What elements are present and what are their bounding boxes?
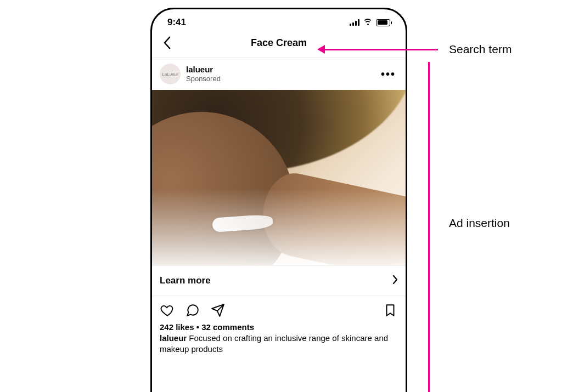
- share-button[interactable]: [210, 303, 226, 318]
- chevron-right-icon: [392, 275, 398, 287]
- likes-comments-count[interactable]: 242 likes • 32 comments: [152, 320, 406, 333]
- annotation-label-ad-insertion: Ad insertion: [449, 217, 510, 230]
- post-header: LaLueur lalueur Sponsored •••: [152, 58, 406, 90]
- caption-text: Focused on crafting an inclusive range o…: [160, 333, 388, 354]
- nav-bar: Face Cream: [152, 31, 406, 58]
- status-bar: 9:41: [152, 9, 406, 31]
- page-title: Face Cream: [152, 37, 406, 49]
- annotation-label-search-term: Search term: [449, 43, 512, 56]
- caption-username[interactable]: lalueur: [160, 333, 187, 343]
- send-icon: [211, 303, 225, 317]
- more-options-button[interactable]: •••: [379, 68, 398, 81]
- back-button[interactable]: [160, 36, 174, 50]
- like-button[interactable]: [160, 303, 175, 318]
- status-time: 9:41: [167, 17, 186, 28]
- heart-icon: [160, 303, 175, 317]
- battery-icon: [376, 19, 390, 26]
- post-username[interactable]: lalueur: [186, 65, 373, 75]
- comment-icon: [186, 303, 200, 317]
- post-image[interactable]: [152, 90, 406, 265]
- avatar[interactable]: LaLueur: [160, 64, 181, 84]
- cellular-icon: [350, 19, 359, 26]
- phone-frame: 9:41 Face Cream LaLueur lalueur Sponsore…: [150, 8, 407, 392]
- annotation-arrow-search-term: [324, 49, 438, 50]
- save-button[interactable]: [383, 303, 398, 318]
- cta-learn-more[interactable]: Learn more: [152, 265, 406, 296]
- chevron-left-icon: [163, 36, 171, 49]
- cta-label: Learn more: [160, 275, 211, 286]
- annotation-line-ad-insertion: [428, 62, 430, 392]
- action-row: [152, 296, 406, 320]
- bookmark-icon: [383, 303, 397, 317]
- post-caption: lalueur Focused on crafting an inclusive…: [152, 333, 406, 363]
- comment-button[interactable]: [185, 303, 200, 318]
- image-decor: [152, 189, 406, 265]
- sponsored-label: Sponsored: [186, 75, 373, 83]
- wifi-icon: [363, 19, 373, 26]
- status-indicators: [350, 19, 390, 26]
